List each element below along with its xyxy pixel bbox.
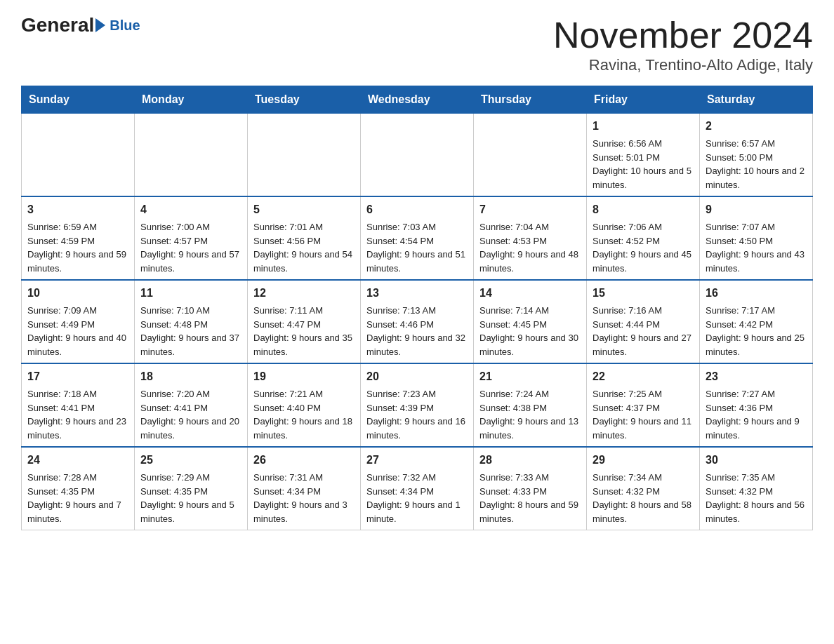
calendar-header-wednesday: Wednesday <box>361 86 474 114</box>
calendar-cell: 19Sunrise: 7:21 AM Sunset: 4:40 PM Dayli… <box>248 363 361 447</box>
day-number: 8 <box>593 201 694 218</box>
day-number: 28 <box>479 452 581 469</box>
day-info: Sunrise: 7:23 AM Sunset: 4:39 PM Dayligh… <box>366 389 465 441</box>
calendar-header-saturday: Saturday <box>700 86 813 114</box>
day-info: Sunrise: 7:18 AM Sunset: 4:41 PM Dayligh… <box>27 389 126 441</box>
day-info: Sunrise: 7:32 AM Sunset: 4:34 PM Dayligh… <box>366 472 461 524</box>
day-number: 11 <box>140 285 241 302</box>
day-info: Sunrise: 6:57 AM Sunset: 5:00 PM Dayligh… <box>706 138 805 190</box>
day-number: 2 <box>706 118 807 135</box>
page-title: November 2024 <box>553 14 813 56</box>
calendar-cell: 24Sunrise: 7:28 AM Sunset: 4:35 PM Dayli… <box>22 447 135 530</box>
day-info: Sunrise: 7:28 AM Sunset: 4:35 PM Dayligh… <box>27 472 121 524</box>
day-info: Sunrise: 7:25 AM Sunset: 4:37 PM Dayligh… <box>593 389 691 441</box>
day-number: 12 <box>253 285 355 302</box>
day-info: Sunrise: 7:14 AM Sunset: 4:45 PM Dayligh… <box>479 305 578 357</box>
calendar-cell: 17Sunrise: 7:18 AM Sunset: 4:41 PM Dayli… <box>22 363 135 447</box>
day-number: 29 <box>593 452 694 469</box>
day-number: 18 <box>140 368 241 385</box>
day-info: Sunrise: 7:09 AM Sunset: 4:49 PM Dayligh… <box>27 305 126 357</box>
calendar-cell: 11Sunrise: 7:10 AM Sunset: 4:48 PM Dayli… <box>135 280 248 363</box>
day-info: Sunrise: 7:27 AM Sunset: 4:36 PM Dayligh… <box>706 389 800 441</box>
day-info: Sunrise: 7:16 AM Sunset: 4:44 PM Dayligh… <box>593 305 691 357</box>
day-number: 6 <box>366 201 468 218</box>
calendar-header-monday: Monday <box>135 86 248 114</box>
day-number: 4 <box>140 201 241 218</box>
calendar-cell: 16Sunrise: 7:17 AM Sunset: 4:42 PM Dayli… <box>700 280 813 363</box>
calendar-cell: 21Sunrise: 7:24 AM Sunset: 4:38 PM Dayli… <box>474 363 587 447</box>
calendar-header-friday: Friday <box>587 86 700 114</box>
title-area: November 2024 Ravina, Trentino-Alto Adig… <box>553 14 813 74</box>
calendar-cell <box>22 114 135 197</box>
calendar-week-row: 24Sunrise: 7:28 AM Sunset: 4:35 PM Dayli… <box>22 447 813 530</box>
day-info: Sunrise: 7:33 AM Sunset: 4:33 PM Dayligh… <box>479 472 578 524</box>
day-number: 14 <box>479 285 581 302</box>
calendar-cell: 1Sunrise: 6:56 AM Sunset: 5:01 PM Daylig… <box>587 114 700 197</box>
day-info: Sunrise: 7:20 AM Sunset: 4:41 PM Dayligh… <box>140 389 239 441</box>
day-info: Sunrise: 7:31 AM Sunset: 4:34 PM Dayligh… <box>253 472 348 524</box>
day-number: 22 <box>593 368 694 385</box>
calendar-cell: 13Sunrise: 7:13 AM Sunset: 4:46 PM Dayli… <box>361 280 474 363</box>
logo: General Blue <box>21 14 140 36</box>
calendar-cell: 6Sunrise: 7:03 AM Sunset: 4:54 PM Daylig… <box>361 196 474 280</box>
calendar-cell: 20Sunrise: 7:23 AM Sunset: 4:39 PM Dayli… <box>361 363 474 447</box>
header: General Blue November 2024 Ravina, Trent… <box>21 14 813 74</box>
day-info: Sunrise: 7:13 AM Sunset: 4:46 PM Dayligh… <box>366 305 465 357</box>
calendar-cell: 15Sunrise: 7:16 AM Sunset: 4:44 PM Dayli… <box>587 280 700 363</box>
day-number: 16 <box>706 285 807 302</box>
day-info: Sunrise: 7:00 AM Sunset: 4:57 PM Dayligh… <box>140 222 239 274</box>
day-number: 21 <box>479 368 581 385</box>
logo-blue: Blue <box>110 18 140 34</box>
calendar-header-row: SundayMondayTuesdayWednesdayThursdayFrid… <box>22 86 813 114</box>
day-number: 27 <box>366 452 468 469</box>
calendar-cell <box>474 114 587 197</box>
calendar-cell: 4Sunrise: 7:00 AM Sunset: 4:57 PM Daylig… <box>135 196 248 280</box>
day-info: Sunrise: 6:59 AM Sunset: 4:59 PM Dayligh… <box>27 222 126 274</box>
day-number: 20 <box>366 368 468 385</box>
calendar-cell: 29Sunrise: 7:34 AM Sunset: 4:32 PM Dayli… <box>587 447 700 530</box>
day-info: Sunrise: 7:34 AM Sunset: 4:32 PM Dayligh… <box>593 472 691 524</box>
day-number: 1 <box>593 118 694 135</box>
calendar-cell <box>248 114 361 197</box>
calendar-table: SundayMondayTuesdayWednesdayThursdayFrid… <box>21 86 813 530</box>
calendar-cell: 26Sunrise: 7:31 AM Sunset: 4:34 PM Dayli… <box>248 447 361 530</box>
day-info: Sunrise: 7:35 AM Sunset: 4:32 PM Dayligh… <box>706 472 805 524</box>
day-number: 5 <box>253 201 355 218</box>
day-number: 3 <box>27 201 128 218</box>
calendar-header-thursday: Thursday <box>474 86 587 114</box>
day-number: 26 <box>253 452 355 469</box>
day-number: 13 <box>366 285 468 302</box>
calendar-week-row: 3Sunrise: 6:59 AM Sunset: 4:59 PM Daylig… <box>22 196 813 280</box>
calendar-week-row: 1Sunrise: 6:56 AM Sunset: 5:01 PM Daylig… <box>22 114 813 197</box>
day-info: Sunrise: 7:17 AM Sunset: 4:42 PM Dayligh… <box>706 305 805 357</box>
calendar-cell: 2Sunrise: 6:57 AM Sunset: 5:00 PM Daylig… <box>700 114 813 197</box>
day-info: Sunrise: 7:21 AM Sunset: 4:40 PM Dayligh… <box>253 389 352 441</box>
calendar-week-row: 17Sunrise: 7:18 AM Sunset: 4:41 PM Dayli… <box>22 363 813 447</box>
day-number: 7 <box>479 201 581 218</box>
day-number: 30 <box>706 452 807 469</box>
calendar-cell: 8Sunrise: 7:06 AM Sunset: 4:52 PM Daylig… <box>587 196 700 280</box>
day-number: 15 <box>593 285 694 302</box>
calendar-cell <box>135 114 248 197</box>
day-number: 9 <box>706 201 807 218</box>
day-info: Sunrise: 7:06 AM Sunset: 4:52 PM Dayligh… <box>593 222 691 274</box>
page-subtitle: Ravina, Trentino-Alto Adige, Italy <box>553 56 813 74</box>
day-number: 24 <box>27 452 128 469</box>
calendar-header-sunday: Sunday <box>22 86 135 114</box>
calendar-cell: 5Sunrise: 7:01 AM Sunset: 4:56 PM Daylig… <box>248 196 361 280</box>
calendar-cell: 27Sunrise: 7:32 AM Sunset: 4:34 PM Dayli… <box>361 447 474 530</box>
logo-triangle-icon <box>95 18 105 32</box>
day-number: 19 <box>253 368 355 385</box>
calendar-cell: 10Sunrise: 7:09 AM Sunset: 4:49 PM Dayli… <box>22 280 135 363</box>
calendar-cell: 9Sunrise: 7:07 AM Sunset: 4:50 PM Daylig… <box>700 196 813 280</box>
day-info: Sunrise: 7:29 AM Sunset: 4:35 PM Dayligh… <box>140 472 234 524</box>
day-info: Sunrise: 6:56 AM Sunset: 5:01 PM Dayligh… <box>593 138 691 190</box>
calendar-cell: 12Sunrise: 7:11 AM Sunset: 4:47 PM Dayli… <box>248 280 361 363</box>
calendar-cell: 28Sunrise: 7:33 AM Sunset: 4:33 PM Dayli… <box>474 447 587 530</box>
calendar-cell: 3Sunrise: 6:59 AM Sunset: 4:59 PM Daylig… <box>22 196 135 280</box>
day-info: Sunrise: 7:10 AM Sunset: 4:48 PM Dayligh… <box>140 305 239 357</box>
calendar-cell: 30Sunrise: 7:35 AM Sunset: 4:32 PM Dayli… <box>700 447 813 530</box>
calendar-cell <box>361 114 474 197</box>
calendar-week-row: 10Sunrise: 7:09 AM Sunset: 4:49 PM Dayli… <box>22 280 813 363</box>
calendar-cell: 22Sunrise: 7:25 AM Sunset: 4:37 PM Dayli… <box>587 363 700 447</box>
